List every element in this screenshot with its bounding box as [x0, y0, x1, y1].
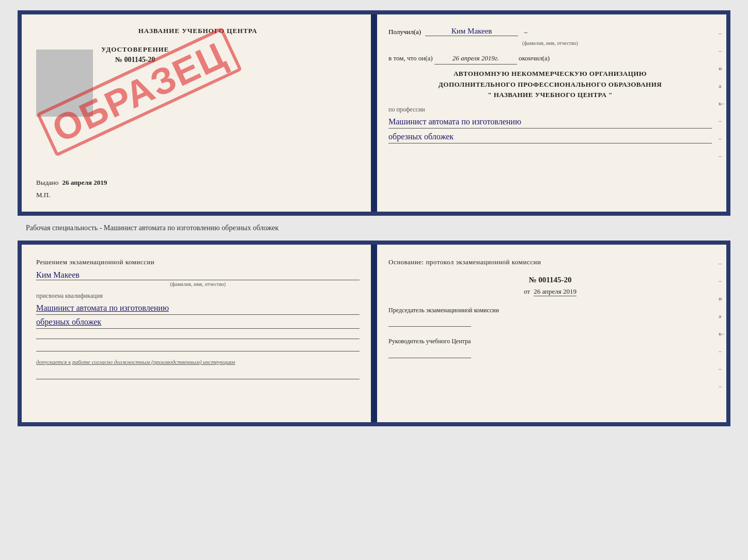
- fio-label-top: (фамилия, имя, отчество): [388, 40, 712, 46]
- vydano-date: 26 апреля 2019: [63, 179, 107, 186]
- vtom-label: в том, что он(а): [388, 54, 433, 62]
- bottom-date-val: 26 апреля 2019: [534, 287, 576, 296]
- rukov-signature-line: [388, 348, 471, 358]
- top-document: НАЗВАНИЕ УЧЕБНОГО ЦЕНТРА УДОСТОВЕРЕНИЕ №…: [18, 10, 730, 216]
- bottom-right-panel: Основание: протокол экзаменационной коми…: [374, 245, 726, 422]
- obrazec-text: ОБРАЗЕЦ: [37, 27, 243, 156]
- dop-text: работе согласно должностным (производств…: [72, 359, 235, 365]
- top-left-header: НАЗВАНИЕ УЧЕБНОГО ЦЕНТРА: [36, 27, 360, 35]
- okoncil-label: окончил(а): [519, 54, 550, 62]
- caption-text: Рабочая специальность - Машинист автомат…: [10, 224, 278, 232]
- rukov-block: Руководитель учебного Центра: [388, 337, 712, 358]
- org-line2: ДОПОЛНИТЕЛЬНОГО ПРОФЕССИОНАЛЬНОГО ОБРАЗО…: [388, 79, 712, 90]
- vtom-date: 26 апреля 2019г.: [453, 54, 499, 62]
- bottom-number: № 001145-20: [388, 276, 712, 284]
- top-right-panel: Получил(а) Ким Макеев – (фамилия, имя, о…: [374, 14, 726, 212]
- bottom-name: Ким Макеев: [36, 270, 360, 280]
- dopuskaetsya-block: допускается к работе согласно должностны…: [36, 358, 360, 366]
- bottom-document: Решением экзаменационной комиссии Ким Ма…: [18, 241, 730, 426]
- vydano-label: Выдано: [36, 179, 58, 186]
- preds-signature-line: [388, 316, 471, 327]
- rukov-label: Руководитель учебного Центра: [388, 337, 712, 346]
- org-line1: АВТОНОМНУЮ НЕКОММЕРЧЕСКУЮ ОРГАНИЗАЦИЮ: [388, 69, 712, 79]
- side-decorations-top: – – и а к– – – –: [719, 30, 724, 159]
- profession-line1-top: Машинист автомата по изготовлению: [388, 116, 712, 129]
- poluchil-label: Получил(а): [388, 28, 421, 36]
- org-block: АВТОНОМНУЮ НЕКОММЕРЧЕСКУЮ ОРГАНИЗАЦИЮ ДО…: [388, 69, 712, 101]
- prisvoena-label: присвоена квалификация: [36, 292, 360, 300]
- dop-label: допускается к: [36, 359, 71, 365]
- underline2: [36, 342, 360, 351]
- bottom-profession-line2: обрезных обложек: [36, 316, 360, 329]
- recipient-name-field: Ким Макеев: [425, 27, 518, 36]
- bottom-fio-label: (фамилия, имя, отчество): [36, 281, 360, 287]
- profession-line2-top: обрезных обложек: [388, 131, 712, 143]
- dash1: –: [522, 28, 527, 36]
- underline3: [36, 370, 360, 379]
- mp-line: М.П.: [36, 191, 360, 199]
- ot-label: от: [524, 287, 530, 295]
- top-left-panel: НАЗВАНИЕ УЧЕБНОГО ЦЕНТРА УДОСТОВЕРЕНИЕ №…: [22, 14, 374, 212]
- side-decorations-bottom: – – и а к– – – –: [719, 260, 724, 389]
- bottom-date: от 26 апреля 2019: [388, 287, 712, 296]
- vtom-row: в том, что он(а) 26 апреля 2019г. окончи…: [388, 53, 712, 65]
- bottom-left-panel: Решением экзаменационной комиссии Ким Ма…: [22, 245, 374, 422]
- stamp-area: УДОСТОВЕРЕНИЕ № 001145-20 ОБРАЗЕЦ: [36, 45, 360, 117]
- preds-block: Председатель экзаменационной комиссии: [388, 306, 712, 327]
- osnTitle: Основание: протокол экзаменационной коми…: [388, 257, 712, 267]
- bottom-left-title: Решением экзаменационной комиссии: [36, 257, 360, 267]
- bottom-profession-line1: Машинист автомата по изготовлению: [36, 302, 360, 315]
- date-field: 26 апреля 2019г.: [434, 53, 517, 65]
- underline1: [36, 330, 360, 339]
- obrazec-stamp: ОБРАЗЕЦ: [67, 40, 212, 143]
- vydano-line: Выдано 26 апреля 2019: [36, 179, 360, 187]
- recipient-row: Получил(а) Ким Макеев –: [388, 27, 712, 36]
- preds-label: Председатель экзаменационной комиссии: [388, 306, 712, 315]
- org-line3: " НАЗВАНИЕ УЧЕБНОГО ЦЕНТРА ": [388, 90, 712, 101]
- recipient-name: Ким Макеев: [451, 27, 492, 35]
- po-professii-label: по профессии: [388, 106, 712, 114]
